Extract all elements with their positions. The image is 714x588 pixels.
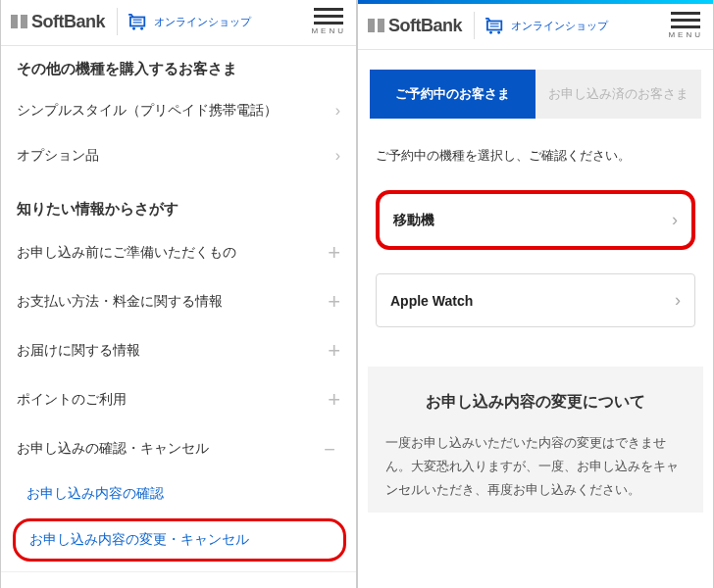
svg-point-2 <box>140 27 143 30</box>
plus-icon: + <box>328 291 340 313</box>
subitem-change-cancel[interactable]: お申し込み内容の変更・キャンセル <box>13 518 346 562</box>
svg-rect-5 <box>487 22 501 30</box>
row-confirm-cancel[interactable]: お申し込みの確認・キャンセル － <box>1 424 356 473</box>
brand-logo[interactable]: SoftBank <box>368 16 462 36</box>
header-separator <box>117 8 118 35</box>
row-prepaid-label: シンプルスタイル（プリペイド携帯電話） <box>17 102 278 120</box>
tab-applied[interactable]: お申し込み済のお客さま <box>536 70 701 119</box>
plus-icon: + <box>328 389 340 411</box>
hamburger-icon <box>668 12 703 28</box>
row-prepare[interactable]: お申し込み前にご準備いただくもの + <box>1 228 356 277</box>
minus-icon: － <box>319 438 340 460</box>
row-payment[interactable]: お支払い方法・料金に関する情報 + <box>1 277 356 326</box>
chevron-right-icon: › <box>335 102 340 120</box>
online-shop-link[interactable]: オンラインショップ <box>484 17 608 34</box>
svg-point-6 <box>489 31 492 34</box>
menu-button[interactable]: MENU <box>668 12 703 39</box>
svg-point-7 <box>497 31 500 34</box>
chevron-right-icon: › <box>335 147 340 165</box>
menu-button-label: MENU <box>668 30 703 39</box>
row-confirm-cancel-label: お申し込みの確認・キャンセル <box>17 440 209 458</box>
change-notice-section: お申し込み内容の変更について 一度お申し込みいただいた内容の変更はできません。大… <box>368 367 703 512</box>
row-prepare-label: お申し込み前にご準備いただくもの <box>17 244 236 262</box>
hamburger-icon <box>311 8 346 24</box>
cart-icon <box>128 13 149 30</box>
option-mobile-label: 移動機 <box>393 212 434 229</box>
brand-bars-icon <box>368 19 384 32</box>
change-notice-title: お申し込み内容の変更について <box>385 392 686 413</box>
header-separator <box>474 12 475 39</box>
shop-label: オンラインショップ <box>511 19 608 33</box>
chevron-right-icon: › <box>675 290 681 311</box>
row-prepaid[interactable]: シンプルスタイル（プリペイド携帯電話） › <box>1 88 356 133</box>
plus-icon: + <box>328 340 340 362</box>
row-delivery[interactable]: お届けに関する情報 + <box>1 326 356 375</box>
status-tabs: ご予約中のお客さま お申し込み済のお客さま <box>370 70 701 119</box>
subitem-confirm[interactable]: お申し込み内容の確認 <box>1 473 356 514</box>
section-other-devices-title: その他の機種を購入するお客さま <box>1 46 356 88</box>
row-points[interactable]: ポイントのご利用 + <box>1 375 356 424</box>
cart-icon <box>484 17 506 34</box>
left-panel: SoftBank オンラインショップ MENU その他の機種を購入するお客さま <box>0 0 357 588</box>
option-watch-label: Apple Watch <box>390 293 473 309</box>
find-info-section: 知りたい情報からさがす お申し込み前にご準備いただくもの + お支払い方法・料金… <box>1 178 356 588</box>
svg-rect-0 <box>130 18 144 26</box>
row-delivery-label: お届けに関する情報 <box>17 342 140 360</box>
header: SoftBank オンラインショップ MENU <box>358 4 713 50</box>
header: SoftBank オンラインショップ MENU <box>1 0 356 46</box>
reserved-prompt: ご予約中の機種を選択し、ご確認ください。 <box>376 144 695 167</box>
menu-button-label: MENU <box>311 26 346 35</box>
row-payment-label: お支払い方法・料金に関する情報 <box>17 293 223 311</box>
row-option-goods[interactable]: オプション品 › <box>1 133 356 178</box>
brand-logo[interactable]: SoftBank <box>11 12 105 32</box>
right-panel: SoftBank オンラインショップ MENU ご予約中のお客さま お申し込 <box>357 0 714 588</box>
plus-icon: + <box>328 242 340 264</box>
row-trouble[interactable]: お困りのときは + <box>1 576 356 588</box>
menu-button[interactable]: MENU <box>311 8 346 35</box>
section-find-title: 知りたい情報からさがす <box>1 178 356 228</box>
option-apple-watch[interactable]: Apple Watch › <box>376 273 695 327</box>
chevron-right-icon: › <box>672 210 678 230</box>
brand-text: SoftBank <box>31 12 105 32</box>
brand-bars-icon <box>11 15 27 28</box>
svg-point-1 <box>132 27 135 30</box>
change-notice-body: 一度お申し込みいただいた内容の変更はできません。大変恐れ入りますが、一度、お申し… <box>385 432 686 502</box>
reserved-content: ご予約中の機種を選択し、ご確認ください。 移動機 › Apple Watch › <box>358 119 713 327</box>
confirm-cancel-subitems: お申し込み内容の確認 お申し込み内容の変更・キャンセル <box>1 473 356 572</box>
tab-reserved[interactable]: ご予約中のお客さま <box>370 70 536 119</box>
row-option-label: オプション品 <box>17 147 99 165</box>
shop-label: オンラインショップ <box>154 15 251 29</box>
online-shop-link[interactable]: オンラインショップ <box>128 13 251 30</box>
option-mobile-device[interactable]: 移動機 › <box>376 190 695 250</box>
row-points-label: ポイントのご利用 <box>17 391 127 409</box>
brand-text: SoftBank <box>388 16 462 36</box>
